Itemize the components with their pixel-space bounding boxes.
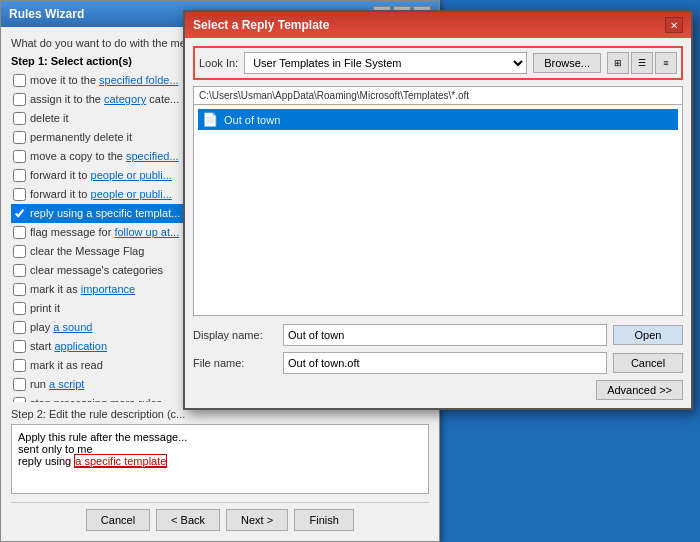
run-script-checkbox[interactable] (13, 378, 26, 391)
dialog-bottom: Advanced >> (193, 380, 683, 400)
perm-delete-checkbox[interactable] (13, 131, 26, 144)
specified-link[interactable]: specified... (126, 150, 179, 162)
file-name-label: File name: (193, 357, 283, 369)
category-link[interactable]: category (104, 93, 146, 105)
look-in-select[interactable]: User Templates in File System (244, 52, 527, 74)
importance-link[interactable]: importance (81, 283, 135, 295)
print-checkbox[interactable] (13, 302, 26, 315)
dialog-body: Look In: User Templates in File System B… (185, 38, 691, 408)
people-or-public-link1[interactable]: people or publi... (91, 169, 172, 181)
delete-checkbox[interactable] (13, 112, 26, 125)
rule-text: assign it to the category cate... (30, 91, 179, 108)
file-list-area[interactable]: 📄 Out of town (193, 104, 683, 316)
rule-text: clear message's categories (30, 262, 163, 279)
rule-text: run a script (30, 376, 84, 393)
dialog-title: Select a Reply Template (193, 18, 330, 32)
flag-checkbox[interactable] (13, 226, 26, 239)
play-sound-checkbox[interactable] (13, 321, 26, 334)
rule-text: mark it as read (30, 357, 103, 374)
rules-wizard-title: Rules Wizard (9, 7, 84, 21)
specific-template-link[interactable]: a specific template (74, 454, 167, 468)
stop-processing-checkbox[interactable] (13, 397, 26, 402)
rule-text: reply using a specific templat... (30, 205, 180, 222)
mark-importance-checkbox[interactable] (13, 283, 26, 296)
rule-text: forward it to people or publi... (30, 186, 172, 203)
view-buttons: ⊞ ☰ ≡ (607, 52, 677, 74)
file-name-row: File name: Cancel (193, 352, 683, 374)
rule-text: play a sound (30, 319, 92, 336)
reply-template-checkbox[interactable] (13, 207, 26, 220)
start-app-checkbox[interactable] (13, 340, 26, 353)
wizard-buttons: Cancel < Back Next > Finish (11, 502, 429, 531)
desc-line1: Apply this rule after the message... (18, 431, 422, 443)
follow-up-link[interactable]: follow up at... (114, 226, 179, 238)
dialog-close-button[interactable]: ✕ (665, 17, 683, 33)
look-in-label: Look In: (199, 57, 238, 69)
clear-categories-checkbox[interactable] (13, 264, 26, 277)
rule-text: mark it as importance (30, 281, 135, 298)
display-name-input[interactable] (283, 324, 607, 346)
dialog-cancel-button[interactable]: Cancel (613, 353, 683, 373)
display-name-label: Display name: (193, 329, 283, 341)
rule-text: move a copy to the specified... (30, 148, 179, 165)
assign-category-checkbox[interactable] (13, 93, 26, 106)
rule-text: forward it to people or publi... (30, 167, 172, 184)
next-button[interactable]: Next > (226, 509, 288, 531)
finish-button[interactable]: Finish (294, 509, 354, 531)
desc-line3: reply using a specific template (18, 455, 422, 467)
move-copy-checkbox[interactable] (13, 150, 26, 163)
file-icon: 📄 (202, 112, 218, 127)
details-view-button[interactable]: ≡ (655, 52, 677, 74)
file-name-input[interactable] (283, 352, 607, 374)
reply-template-dialog: Select a Reply Template ✕ Look In: User … (183, 10, 693, 410)
rule-text: flag message for follow up at... (30, 224, 179, 241)
move-to-folder-checkbox[interactable] (13, 74, 26, 87)
file-path-bar: C:\Users\Usman\AppData\Roaming\Microsoft… (193, 86, 683, 104)
browse-button[interactable]: Browse... (533, 53, 601, 73)
rule-text: print it (30, 300, 60, 317)
dialog-titlebar: Select a Reply Template ✕ (185, 12, 691, 38)
reply-using-text: reply using (18, 455, 74, 467)
forward1-checkbox[interactable] (13, 169, 26, 182)
advanced-button[interactable]: Advanced >> (596, 380, 683, 400)
file-item-out-of-town[interactable]: 📄 Out of town (198, 109, 678, 130)
display-name-row: Display name: Open (193, 324, 683, 346)
forward2-checkbox[interactable] (13, 188, 26, 201)
script-link[interactable]: a script (49, 378, 84, 390)
large-icons-button[interactable]: ⊞ (607, 52, 629, 74)
mark-read-checkbox[interactable] (13, 359, 26, 372)
cancel-button[interactable]: Cancel (86, 509, 150, 531)
look-in-row: Look In: User Templates in File System B… (193, 46, 683, 80)
list-view-button[interactable]: ☰ (631, 52, 653, 74)
application-link[interactable]: application (54, 340, 107, 352)
rule-text: start application (30, 338, 107, 355)
sound-link[interactable]: a sound (53, 321, 92, 333)
open-button[interactable]: Open (613, 325, 683, 345)
file-name: Out of town (224, 114, 280, 126)
people-or-public-link2[interactable]: people or publi... (91, 188, 172, 200)
rule-text: move it to the specified folde... (30, 72, 179, 89)
rule-text: permanently delete it (30, 129, 132, 146)
rule-text: delete it (30, 110, 69, 127)
clear-flag-checkbox[interactable] (13, 245, 26, 258)
rule-text: stop processing more rules (30, 395, 162, 402)
rule-text: clear the Message Flag (30, 243, 144, 260)
back-button[interactable]: < Back (156, 509, 220, 531)
specified-folder-link[interactable]: specified folde... (99, 74, 179, 86)
rule-description-box: Apply this rule after the message... sen… (11, 424, 429, 494)
